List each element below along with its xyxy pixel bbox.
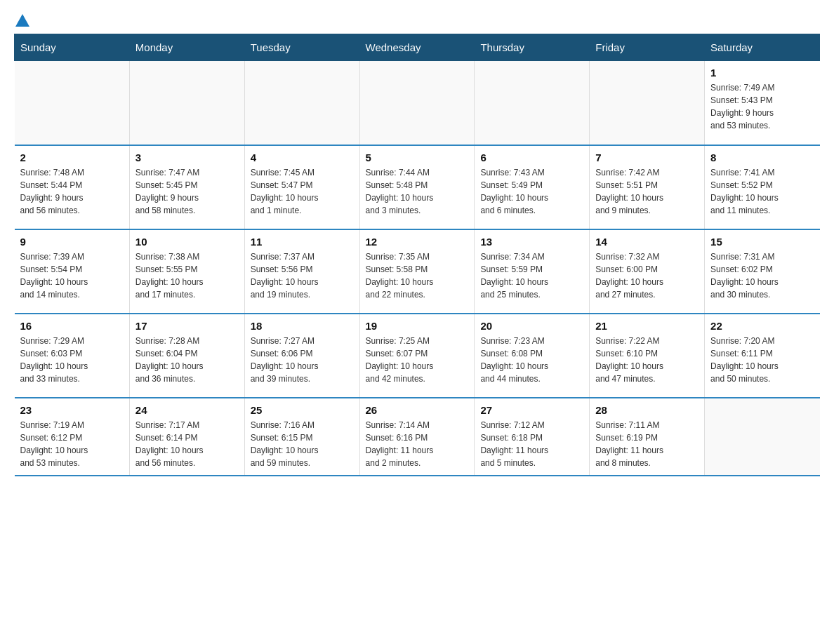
day-number: 10 (135, 236, 239, 248)
calendar-week-row: 16Sunrise: 7:29 AM Sunset: 6:03 PM Dayli… (15, 314, 820, 398)
day-info: Sunrise: 7:16 AM Sunset: 6:15 PM Dayligh… (251, 419, 354, 469)
day-info: Sunrise: 7:32 AM Sunset: 6:00 PM Dayligh… (595, 250, 699, 301)
day-info: Sunrise: 7:17 AM Sunset: 6:14 PM Dayligh… (135, 419, 239, 469)
calendar-header-tuesday: Tuesday (244, 34, 359, 61)
day-info: Sunrise: 7:19 AM Sunset: 6:12 PM Dayligh… (20, 419, 124, 469)
day-number: 16 (20, 320, 124, 332)
calendar-header-sunday: Sunday (15, 34, 130, 61)
day-number: 15 (710, 236, 814, 248)
day-number: 7 (595, 152, 699, 163)
svg-marker-0 (15, 14, 29, 27)
calendar-cell: 22Sunrise: 7:20 AM Sunset: 6:11 PM Dayli… (705, 314, 820, 398)
day-info: Sunrise: 7:12 AM Sunset: 6:18 PM Dayligh… (480, 419, 583, 469)
day-number: 26 (366, 404, 469, 416)
calendar-header-monday: Monday (129, 34, 244, 61)
day-info: Sunrise: 7:29 AM Sunset: 6:03 PM Dayligh… (20, 335, 124, 385)
calendar-week-row: 9Sunrise: 7:39 AM Sunset: 5:54 PM Daylig… (15, 229, 820, 314)
calendar-week-row: 23Sunrise: 7:19 AM Sunset: 6:12 PM Dayli… (15, 398, 820, 476)
calendar-cell (705, 398, 820, 476)
calendar-cell (15, 61, 130, 145)
calendar-cell: 25Sunrise: 7:16 AM Sunset: 6:15 PM Dayli… (244, 398, 359, 476)
calendar-cell: 18Sunrise: 7:27 AM Sunset: 6:06 PM Dayli… (244, 314, 359, 398)
day-number: 25 (251, 404, 354, 416)
calendar-cell: 3Sunrise: 7:47 AM Sunset: 5:45 PM Daylig… (129, 145, 244, 229)
day-info: Sunrise: 7:41 AM Sunset: 5:52 PM Dayligh… (710, 166, 814, 217)
day-info: Sunrise: 7:49 AM Sunset: 5:43 PM Dayligh… (710, 81, 814, 132)
day-number: 4 (251, 152, 354, 163)
day-info: Sunrise: 7:20 AM Sunset: 6:11 PM Dayligh… (710, 335, 814, 385)
calendar-cell: 14Sunrise: 7:32 AM Sunset: 6:00 PM Dayli… (590, 229, 705, 314)
calendar-cell (244, 61, 359, 145)
day-number: 18 (251, 320, 354, 332)
day-info: Sunrise: 7:14 AM Sunset: 6:16 PM Dayligh… (366, 419, 469, 469)
day-info: Sunrise: 7:39 AM Sunset: 5:54 PM Dayligh… (20, 250, 124, 301)
calendar-cell: 16Sunrise: 7:29 AM Sunset: 6:03 PM Dayli… (15, 314, 130, 398)
calendar-cell (590, 61, 705, 145)
day-info: Sunrise: 7:42 AM Sunset: 5:51 PM Dayligh… (595, 166, 699, 217)
day-number: 6 (480, 152, 583, 163)
day-number: 11 (251, 236, 354, 248)
calendar-cell: 19Sunrise: 7:25 AM Sunset: 6:07 PM Dayli… (359, 314, 475, 398)
day-info: Sunrise: 7:44 AM Sunset: 5:48 PM Dayligh… (366, 166, 469, 217)
day-number: 14 (595, 236, 699, 248)
day-info: Sunrise: 7:27 AM Sunset: 6:06 PM Dayligh… (251, 335, 354, 385)
day-number: 20 (480, 320, 583, 332)
calendar-cell: 15Sunrise: 7:31 AM Sunset: 6:02 PM Dayli… (705, 229, 820, 314)
day-info: Sunrise: 7:25 AM Sunset: 6:07 PM Dayligh… (366, 335, 469, 385)
calendar-cell: 21Sunrise: 7:22 AM Sunset: 6:10 PM Dayli… (590, 314, 705, 398)
day-number: 19 (366, 320, 469, 332)
day-info: Sunrise: 7:35 AM Sunset: 5:58 PM Dayligh… (366, 250, 469, 301)
calendar-cell: 2Sunrise: 7:48 AM Sunset: 5:44 PM Daylig… (15, 145, 130, 229)
day-number: 2 (20, 152, 124, 163)
calendar-cell: 27Sunrise: 7:12 AM Sunset: 6:18 PM Dayli… (475, 398, 590, 476)
logo-triangle-icon (15, 14, 29, 27)
day-number: 13 (480, 236, 583, 248)
calendar-header-thursday: Thursday (475, 34, 590, 61)
logo (14, 14, 29, 27)
day-info: Sunrise: 7:38 AM Sunset: 5:55 PM Dayligh… (135, 250, 239, 301)
calendar-cell: 23Sunrise: 7:19 AM Sunset: 6:12 PM Dayli… (15, 398, 130, 476)
calendar-cell: 11Sunrise: 7:37 AM Sunset: 5:56 PM Dayli… (244, 229, 359, 314)
day-info: Sunrise: 7:37 AM Sunset: 5:56 PM Dayligh… (251, 250, 354, 301)
calendar-cell: 7Sunrise: 7:42 AM Sunset: 5:51 PM Daylig… (590, 145, 705, 229)
day-info: Sunrise: 7:22 AM Sunset: 6:10 PM Dayligh… (595, 335, 699, 385)
calendar-cell: 12Sunrise: 7:35 AM Sunset: 5:58 PM Dayli… (359, 229, 475, 314)
day-number: 22 (710, 320, 814, 332)
page-header (14, 14, 820, 27)
day-number: 21 (595, 320, 699, 332)
calendar-cell: 28Sunrise: 7:11 AM Sunset: 6:19 PM Dayli… (590, 398, 705, 476)
day-info: Sunrise: 7:48 AM Sunset: 5:44 PM Dayligh… (20, 166, 124, 217)
calendar-cell: 10Sunrise: 7:38 AM Sunset: 5:55 PM Dayli… (129, 229, 244, 314)
calendar-cell: 13Sunrise: 7:34 AM Sunset: 5:59 PM Dayli… (475, 229, 590, 314)
day-info: Sunrise: 7:31 AM Sunset: 6:02 PM Dayligh… (710, 250, 814, 301)
calendar-header-saturday: Saturday (705, 34, 820, 61)
day-number: 28 (595, 404, 699, 416)
day-info: Sunrise: 7:34 AM Sunset: 5:59 PM Dayligh… (480, 250, 583, 301)
calendar-cell: 5Sunrise: 7:44 AM Sunset: 5:48 PM Daylig… (359, 145, 475, 229)
calendar-week-row: 1Sunrise: 7:49 AM Sunset: 5:43 PM Daylig… (15, 61, 820, 145)
calendar-cell: 26Sunrise: 7:14 AM Sunset: 6:16 PM Dayli… (359, 398, 475, 476)
calendar-week-row: 2Sunrise: 7:48 AM Sunset: 5:44 PM Daylig… (15, 145, 820, 229)
calendar-cell: 4Sunrise: 7:45 AM Sunset: 5:47 PM Daylig… (244, 145, 359, 229)
day-number: 9 (20, 236, 124, 248)
day-number: 17 (135, 320, 239, 332)
calendar-cell: 6Sunrise: 7:43 AM Sunset: 5:49 PM Daylig… (475, 145, 590, 229)
calendar-cell: 1Sunrise: 7:49 AM Sunset: 5:43 PM Daylig… (705, 61, 820, 145)
day-number: 23 (20, 404, 124, 416)
calendar-header-friday: Friday (590, 34, 705, 61)
calendar-cell (129, 61, 244, 145)
day-info: Sunrise: 7:28 AM Sunset: 6:04 PM Dayligh… (135, 335, 239, 385)
day-number: 5 (366, 152, 469, 163)
calendar-cell: 8Sunrise: 7:41 AM Sunset: 5:52 PM Daylig… (705, 145, 820, 229)
calendar-header-row: SundayMondayTuesdayWednesdayThursdayFrid… (15, 34, 820, 61)
day-number: 3 (135, 152, 239, 163)
calendar-table: SundayMondayTuesdayWednesdayThursdayFrid… (14, 34, 820, 476)
day-number: 27 (480, 404, 583, 416)
day-number: 1 (710, 67, 814, 79)
day-number: 8 (710, 152, 814, 163)
day-info: Sunrise: 7:47 AM Sunset: 5:45 PM Dayligh… (135, 166, 239, 217)
calendar-header-wednesday: Wednesday (359, 34, 475, 61)
calendar-cell: 9Sunrise: 7:39 AM Sunset: 5:54 PM Daylig… (15, 229, 130, 314)
calendar-cell: 20Sunrise: 7:23 AM Sunset: 6:08 PM Dayli… (475, 314, 590, 398)
day-info: Sunrise: 7:11 AM Sunset: 6:19 PM Dayligh… (595, 419, 699, 469)
